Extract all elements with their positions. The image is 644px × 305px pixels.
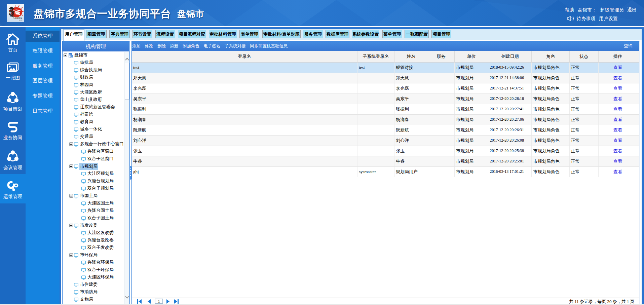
svg-text:CHINA: CHINA (13, 16, 22, 20)
svg-text:盘锦: 盘锦 (19, 19, 23, 21)
svg-text:盘: 盘 (9, 7, 14, 12)
